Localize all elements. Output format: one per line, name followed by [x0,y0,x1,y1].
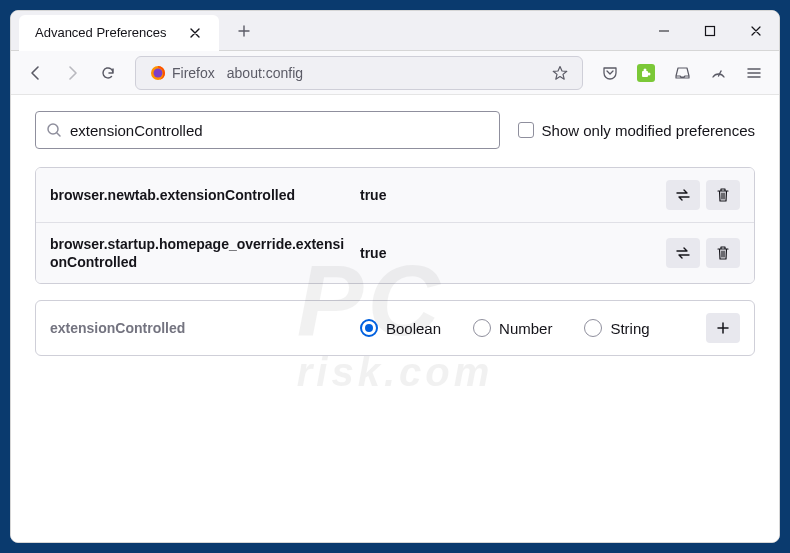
plus-icon [716,321,730,335]
checkbox-icon [518,122,534,138]
minimize-button[interactable] [641,11,687,51]
search-icon [46,122,62,138]
reset-button[interactable] [706,238,740,268]
toggle-icon [674,188,692,202]
firefox-icon [150,65,166,81]
bookmark-star-button[interactable] [546,59,574,87]
new-pref-row: extensionControlled Boolean Number Strin… [35,300,755,356]
type-radio-group: Boolean Number String [350,319,706,337]
menu-button[interactable] [737,56,771,90]
svg-point-2 [154,68,163,77]
close-tab-button[interactable] [185,23,205,43]
urlbar-text: about:config [227,65,540,81]
radio-icon [360,319,378,337]
pref-actions [666,180,740,210]
reload-icon [99,64,117,82]
tab-advanced-preferences[interactable]: Advanced Preferences [19,15,219,51]
pocket-button[interactable] [593,56,627,90]
add-button[interactable] [706,313,740,343]
titlebar: Advanced Preferences [11,11,779,51]
svg-rect-0 [706,26,715,35]
minimize-icon [658,25,670,37]
radio-number[interactable]: Number [473,319,552,337]
close-window-button[interactable] [733,11,779,51]
browser-window: Advanced Preferences [10,10,780,543]
toggle-button[interactable] [666,238,700,268]
close-icon [189,27,201,39]
gauge-icon [710,64,727,81]
svg-point-5 [648,72,651,75]
svg-rect-3 [642,71,648,77]
search-input[interactable] [70,122,489,139]
trash-icon [716,187,730,203]
new-tab-button[interactable] [229,16,259,46]
identity-box[interactable]: Firefox [144,65,221,81]
radio-label: Number [499,320,552,337]
svg-point-4 [644,68,647,71]
radio-label: Boolean [386,320,441,337]
toggle-icon [674,246,692,260]
reload-button[interactable] [91,56,125,90]
tab-title: Advanced Preferences [35,25,177,40]
inbox-icon [674,64,691,81]
search-box[interactable] [35,111,500,149]
pref-row: browser.startup.homepage_override.extens… [36,223,754,283]
close-icon [750,25,762,37]
reset-button[interactable] [706,180,740,210]
radio-icon [584,319,602,337]
preferences-table: browser.newtab.extensionControlled true … [35,167,755,284]
radio-label: String [610,320,649,337]
pref-actions [666,238,740,268]
maximize-icon [704,25,716,37]
maximize-button[interactable] [687,11,733,51]
trash-icon [716,245,730,261]
nav-toolbar: Firefox about:config [11,51,779,95]
arrow-left-icon [27,64,45,82]
new-pref-name: extensionControlled [50,320,350,336]
inbox-button[interactable] [665,56,699,90]
urlbar[interactable]: Firefox about:config [135,56,583,90]
pref-row: browser.newtab.extensionControlled true [36,168,754,223]
radio-boolean[interactable]: Boolean [360,319,441,337]
star-icon [552,65,568,81]
toggle-button[interactable] [666,180,700,210]
radio-string[interactable]: String [584,319,649,337]
puzzle-icon [637,64,655,82]
hamburger-icon [746,65,762,81]
pref-name: browser.newtab.extensionControlled [50,186,350,204]
arrow-right-icon [63,64,81,82]
show-modified-checkbox-row[interactable]: Show only modified preferences [518,122,755,139]
radio-icon [473,319,491,337]
about-config-content: Show only modified preferences browser.n… [11,95,779,542]
checkbox-label: Show only modified preferences [542,122,755,139]
account-button[interactable] [701,56,735,90]
back-button[interactable] [19,56,53,90]
pref-name: browser.startup.homepage_override.extens… [50,235,350,271]
search-row: Show only modified preferences [35,111,755,149]
plus-icon [237,24,251,38]
forward-button[interactable] [55,56,89,90]
pref-value: true [350,245,666,261]
pref-value: true [350,187,666,203]
extension-button[interactable] [629,56,663,90]
pocket-icon [602,65,618,81]
identity-label: Firefox [172,65,215,81]
